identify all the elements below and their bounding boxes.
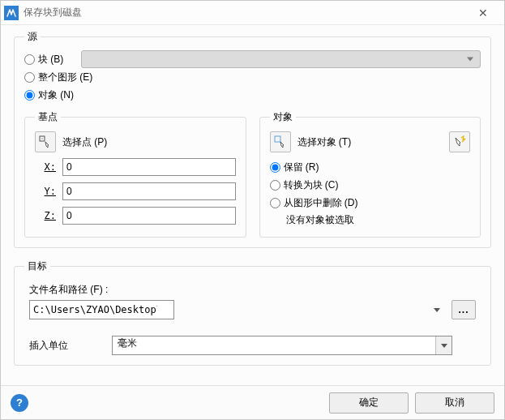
path-label: 文件名和路径 (F) : <box>29 283 481 297</box>
svg-rect-2 <box>42 139 43 139</box>
z-input[interactable] <box>62 207 236 225</box>
path-input[interactable] <box>29 300 174 319</box>
browse-button[interactable]: ... <box>452 300 476 319</box>
titlebar: 保存块到磁盘 ✕ <box>1 1 504 25</box>
select-objects-button[interactable] <box>270 131 291 152</box>
radio-objects-label: 对象 (N) <box>38 88 74 102</box>
ok-button-label: 确定 <box>359 396 379 409</box>
y-label: Y: <box>35 186 56 197</box>
x-input[interactable] <box>62 158 236 176</box>
objects-legend: 对象 <box>270 110 296 124</box>
no-objects-selected-label: 没有对象被选取 <box>286 213 471 227</box>
radio-whole-drawing-label: 整个图形 (E) <box>38 71 92 84</box>
source-legend: 源 <box>24 30 41 44</box>
help-icon: ? <box>16 396 23 409</box>
source-group: 源 块 (B) 整个图形 (E) 对象 (N) 基点 <box>14 30 491 248</box>
radio-delete-label: 从图形中删除 (D) <box>284 196 358 210</box>
browse-button-label: ... <box>458 304 469 315</box>
unit-label: 插入单位 <box>29 339 102 353</box>
pick-point-icon <box>39 135 52 148</box>
destination-group: 目标 文件名和路径 (F) : ... 插入单位 毫米 <box>14 259 491 366</box>
radio-delete[interactable] <box>270 198 280 208</box>
cancel-button-label: 取消 <box>445 396 464 409</box>
unit-select[interactable]: 毫米 <box>112 336 452 355</box>
radio-convert-label: 转换为块 (C) <box>284 178 339 192</box>
ok-button[interactable]: 确定 <box>329 392 409 414</box>
radio-convert[interactable] <box>270 180 280 191</box>
help-button[interactable]: ? <box>11 394 28 412</box>
unit-select-value: 毫米 <box>118 337 137 349</box>
radio-block-label: 块 (B) <box>38 53 63 66</box>
select-objects-label: 选择对象 (T) <box>297 135 352 149</box>
radio-objects[interactable] <box>24 90 35 101</box>
radio-whole-drawing[interactable] <box>24 72 35 83</box>
radio-retain[interactable] <box>270 162 280 173</box>
y-input[interactable] <box>62 182 236 200</box>
svg-rect-3 <box>275 136 280 142</box>
basepoint-group: 基点 选择点 (P) X: Y: <box>24 110 246 238</box>
objects-group: 对象 选择对象 (T) <box>259 110 481 238</box>
radio-block[interactable] <box>24 54 35 65</box>
window-title: 保存块到磁盘 <box>24 6 467 19</box>
dialog-footer: ? 确定 取消 <box>1 385 504 419</box>
close-icon[interactable]: ✕ <box>467 6 499 19</box>
select-objects-icon <box>274 135 287 148</box>
quick-select-button[interactable] <box>449 131 470 152</box>
destination-legend: 目标 <box>24 259 50 273</box>
x-label: X: <box>35 161 56 173</box>
z-label: Z: <box>35 210 56 221</box>
app-icon <box>4 6 19 20</box>
basepoint-legend: 基点 <box>35 110 61 124</box>
pick-point-button[interactable] <box>35 131 56 152</box>
unit-dropdown-button[interactable] <box>435 336 452 354</box>
quick-select-icon <box>453 135 466 148</box>
pick-point-label: 选择点 (P) <box>62 135 107 149</box>
radio-retain-label: 保留 (R) <box>284 161 319 174</box>
block-name-dropdown[interactable] <box>81 50 481 68</box>
cancel-button[interactable]: 取消 <box>415 392 494 414</box>
path-dropdown-button[interactable] <box>430 301 444 319</box>
